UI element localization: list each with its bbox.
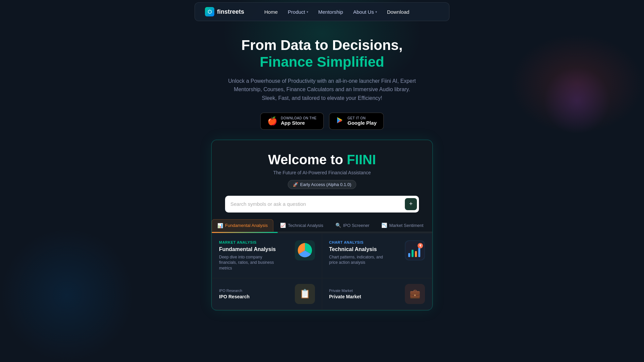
ipo-title: IPO Research <box>219 294 250 299</box>
pm-icon: 💼 <box>405 284 425 304</box>
tab-fundamental-analysis[interactable]: 📊 Fundamental Analysis <box>212 219 273 232</box>
chevron-down-icon-2: ▾ <box>375 10 377 14</box>
cards-bottom: IPO Research IPO Research 📋 Private Mark… <box>212 279 432 310</box>
pm-title: Private Market <box>329 294 361 299</box>
nav-about-us[interactable]: About Us ▾ <box>353 9 377 15</box>
tab-ipo-screener[interactable]: 🔍 IPO Screener <box>330 219 375 232</box>
svg-rect-4 <box>415 251 417 257</box>
search-bar: + <box>225 196 419 213</box>
search-input[interactable] <box>230 201 405 207</box>
cards-grid: Market Analysis Fundamental Analysis Dee… <box>212 233 432 279</box>
card-title-fa: Fundamental Analysis <box>219 246 279 252</box>
navbar: ⬡ finstreets Home Product ▾ Mentorship A… <box>0 0 644 23</box>
hero-buttons: 🍎 Download on the App Store GET IT ON Go… <box>260 113 383 130</box>
hero-subtitle: Unlock a Powerhouse of Productivity with… <box>228 77 416 103</box>
svg-rect-2 <box>408 253 410 257</box>
fiini-highlight: FIINI <box>347 152 376 167</box>
line-chart-icon: 📈 <box>280 223 286 228</box>
hero-section: From Data to Decisions, Finance Simplifi… <box>0 23 644 140</box>
tab-technical-analysis[interactable]: 📈 Technical Analysis <box>275 219 329 232</box>
search-icon: 🔍 <box>335 223 341 228</box>
badge-text: Early Access (Alpha 0.1.0) <box>300 182 351 187</box>
ipo-research-card[interactable]: IPO Research IPO Research 📋 <box>212 279 322 309</box>
svg-rect-3 <box>412 250 414 257</box>
nav-mentorship[interactable]: Mentorship <box>318 9 343 15</box>
app-welcome-title: Welcome to FIINI <box>225 152 419 167</box>
appstore-sub-label: Download on the <box>281 116 317 120</box>
hero-title-highlight: Finance Simplified <box>260 54 384 70</box>
logo-icon: ⬡ <box>205 7 214 16</box>
appstore-button[interactable]: 🍎 Download on the App Store <box>260 113 324 130</box>
logo-text: finstreets <box>217 8 244 15</box>
app-tabs: 📊 Fundamental Analysis 📈 Technical Analy… <box>212 219 432 232</box>
fa-chart-icon <box>295 240 315 260</box>
app-preview-card: Welcome to FIINI The Future of AI-Powere… <box>211 140 433 310</box>
nav-home[interactable]: Home <box>264 9 278 15</box>
nav-links: Home Product ▾ Mentorship About Us ▾ Dow… <box>264 9 409 15</box>
fundamental-analysis-card[interactable]: Market Analysis Fundamental Analysis Dee… <box>212 234 322 278</box>
card-desc-ta: Chart patterns, indicators, and price ac… <box>329 254 389 266</box>
tab-more[interactable]: ≡ M <box>430 219 432 232</box>
svg-rect-5 <box>418 248 420 257</box>
apple-icon: 🍎 <box>267 116 277 126</box>
tab-progress-fill <box>212 232 278 233</box>
chart-bar-icon: 📊 <box>217 223 223 228</box>
card-category-ta: Chart Analysis <box>329 240 389 244</box>
hero-title: From Data to Decisions, Finance Simplifi… <box>241 37 403 71</box>
googleplay-icon <box>336 116 344 126</box>
ta-chart-icon: ₹ <box>405 240 425 260</box>
logo[interactable]: ⬡ finstreets <box>205 7 244 16</box>
card-title-ta: Technical Analysis <box>329 246 389 252</box>
appstore-main-label: App Store <box>281 120 305 126</box>
googleplay-sub-label: GET IT ON <box>347 116 366 120</box>
tab-market-sentiment[interactable]: 📉 Market Sentiment <box>376 219 429 232</box>
svg-text:₹: ₹ <box>419 244 422 248</box>
ipo-icon: 📋 <box>295 284 315 304</box>
googleplay-main-label: Google Play <box>347 120 377 126</box>
tab-progress-bar <box>212 232 432 233</box>
app-welcome-sub: The Future of AI-Powered Financial Assis… <box>225 170 419 175</box>
ipo-category-label: IPO Research <box>219 289 250 293</box>
pm-category-label: Private Market <box>329 289 361 293</box>
technical-analysis-card[interactable]: Chart Analysis Technical Analysis Chart … <box>322 234 432 278</box>
nav-product[interactable]: Product ▾ <box>288 9 308 15</box>
card-category-fa: Market Analysis <box>219 240 279 244</box>
trend-icon: 📉 <box>381 223 387 228</box>
nav-download[interactable]: Download <box>387 9 410 15</box>
search-button[interactable]: + <box>405 198 417 210</box>
early-access-badge: 🚀 Early Access (Alpha 0.1.0) <box>288 180 356 189</box>
googleplay-button[interactable]: GET IT ON Google Play <box>329 113 384 130</box>
private-market-card[interactable]: Private Market Private Market 💼 <box>322 279 432 309</box>
card-desc-fa: Deep dive into company financials, ratio… <box>219 254 279 271</box>
rocket-icon: 🚀 <box>293 182 298 187</box>
chevron-down-icon: ▾ <box>307 10 308 14</box>
